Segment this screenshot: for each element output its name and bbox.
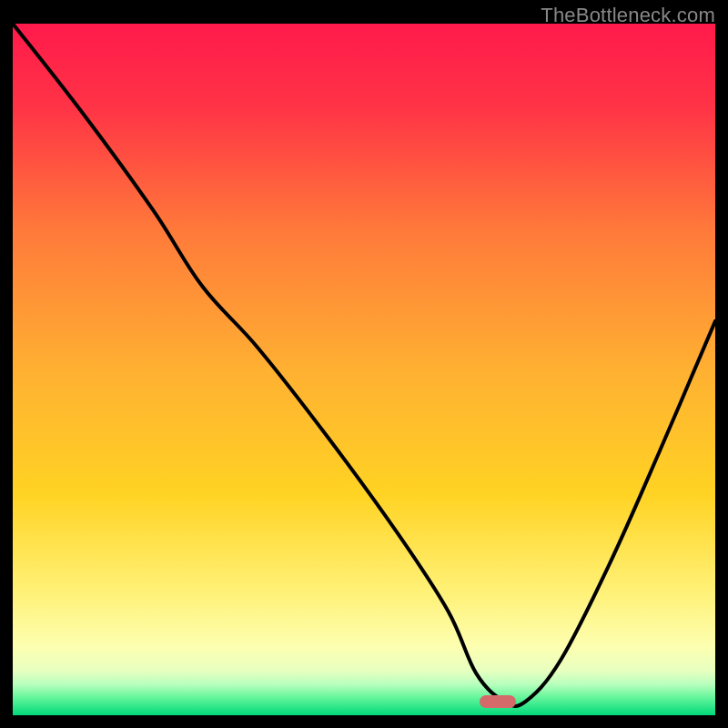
watermark-text: TheBottleneck.com	[541, 4, 715, 27]
gradient-background	[13, 24, 715, 715]
bottleneck-chart	[13, 24, 715, 715]
chart-frame	[13, 24, 715, 715]
optimal-marker	[480, 695, 516, 708]
